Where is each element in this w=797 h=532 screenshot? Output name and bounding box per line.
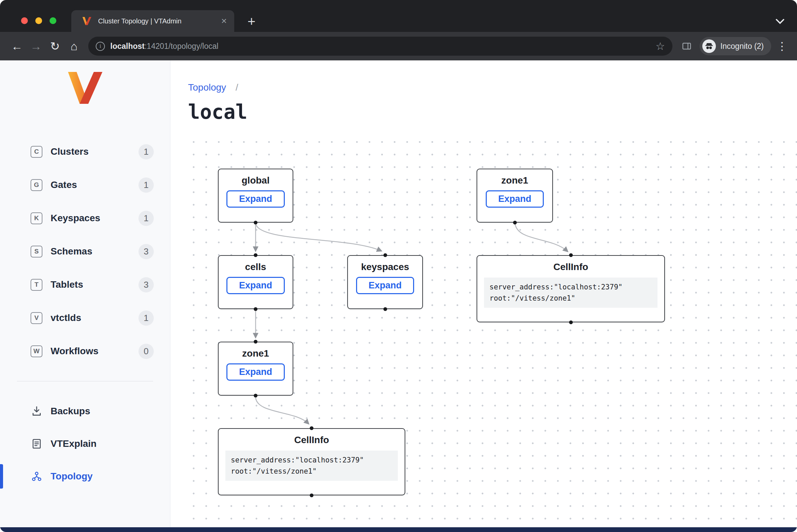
count-badge: 3	[138, 277, 154, 292]
sidebar-item-label: Tablets	[51, 279, 83, 290]
sidebar-item-keyspaces[interactable]: K Keyspaces 1	[0, 206, 170, 230]
traffic-lights	[21, 17, 56, 24]
url-path: :14201/topology/local	[145, 42, 218, 51]
sidebar-item-workflows[interactable]: W Workflows 0	[0, 339, 170, 363]
cellinfo-code-line: server_address:"localhost:2379"	[489, 282, 652, 293]
reload-button[interactable]: ↻	[45, 37, 64, 56]
sidebar-item-schemas[interactable]: S Schemas 3	[0, 239, 170, 264]
topology-network-icon	[31, 471, 42, 482]
topology-node-zone1-top: zone1 Expand	[477, 169, 553, 223]
url-text: localhost:14201/topology/local	[110, 42, 655, 51]
back-button[interactable]: ←	[7, 37, 26, 56]
tab-close-icon[interactable]: ×	[221, 16, 227, 26]
sidebar-divider	[17, 381, 153, 381]
sidebar-item-tablets[interactable]: T Tablets 3	[0, 272, 170, 297]
topology-node-cellinfo-right: CellInfo server_address:"localhost:2379"…	[477, 255, 665, 322]
expand-button-cells[interactable]: Expand	[226, 277, 285, 294]
node-title: CellInfo	[477, 262, 664, 272]
browser-menu-icon[interactable]: ⋮	[775, 40, 790, 53]
sidebar-item-label: Keyspaces	[51, 213, 100, 224]
browser-titlebar: Cluster Topology | VTAdmin × +	[0, 0, 797, 32]
browser-tab[interactable]: Cluster Topology | VTAdmin ×	[71, 10, 234, 32]
sidebar-item-label: Backups	[51, 406, 90, 417]
vitess-logo	[0, 72, 170, 104]
sidebar-item-label: vtctlds	[51, 312, 81, 323]
browser-window: Cluster Topology | VTAdmin × + ← → ↻ ⌂ i…	[0, 0, 797, 532]
zoom-window-button[interactable]	[50, 17, 56, 24]
topology-node-zone1-bottom: zone1 Expand	[218, 342, 293, 396]
count-badge: 0	[138, 344, 154, 359]
schemas-icon: S	[31, 246, 42, 258]
expand-button-global[interactable]: Expand	[226, 190, 285, 208]
topology-node-keyspaces: keyspaces Expand	[347, 255, 423, 309]
bookmark-star-icon[interactable]: ☆	[655, 40, 665, 53]
tab-search-chevron-icon[interactable]	[775, 18, 785, 26]
expand-button-zone1-top[interactable]: Expand	[486, 190, 544, 208]
sidebar-item-topology[interactable]: Topology	[0, 464, 170, 489]
forward-button[interactable]: →	[26, 37, 45, 56]
clusters-icon: C	[31, 146, 42, 158]
sidebar: C Clusters 1 G Gates 1 K Keyspaces 1 S S…	[0, 60, 170, 527]
url-host: localhost	[110, 42, 145, 51]
incognito-profile-badge[interactable]: Incognito (2)	[700, 37, 771, 55]
cellinfo-code-line: server_address:"localhost:2379"	[231, 455, 392, 466]
cellinfo-code: server_address:"localhost:2379" root:"/v…	[225, 451, 398, 481]
sidebar-item-vtctlds[interactable]: V vtctlds 1	[0, 306, 170, 330]
cellinfo-code-line: root:"/vitess/zone1"	[489, 293, 652, 304]
count-badge: 1	[138, 211, 154, 226]
sidebar-item-label: Clusters	[51, 146, 89, 157]
breadcrumb-topology-link[interactable]: Topology	[188, 82, 226, 93]
tablets-icon: T	[31, 279, 42, 291]
sidebar-item-gates[interactable]: G Gates 1	[0, 173, 170, 197]
count-badge: 3	[138, 244, 154, 259]
sidebar-item-clusters[interactable]: C Clusters 1	[0, 139, 170, 164]
topology-canvas: global Expand zone1 Expand cells Expand …	[187, 136, 797, 522]
side-panel-icon[interactable]	[677, 37, 696, 56]
sidebar-item-label: VTExplain	[51, 438, 96, 449]
cellinfo-code: server_address:"localhost:2379" root:"/v…	[484, 278, 657, 308]
incognito-label: Incognito (2)	[720, 42, 764, 51]
incognito-icon	[702, 39, 716, 53]
node-title: keyspaces	[348, 262, 422, 272]
topology-node-global: global Expand	[218, 169, 293, 223]
close-window-button[interactable]	[21, 17, 28, 24]
window-bottom-edge	[0, 527, 797, 532]
backups-download-icon	[31, 405, 42, 417]
sidebar-item-backups[interactable]: Backups	[0, 399, 170, 423]
topology-node-cells: cells Expand	[218, 255, 293, 309]
count-badge: 1	[138, 177, 154, 193]
breadcrumb: Topology /	[188, 82, 238, 93]
sidebar-item-label: Gates	[51, 179, 77, 190]
new-tab-button[interactable]: +	[243, 14, 260, 29]
sidebar-item-vtexplain[interactable]: VTExplain	[0, 432, 170, 456]
tab-title: Cluster Topology | VTAdmin	[98, 17, 221, 25]
node-title: CellInfo	[219, 435, 405, 445]
expand-button-zone1-bottom[interactable]: Expand	[226, 363, 285, 381]
minimize-window-button[interactable]	[35, 17, 42, 24]
breadcrumb-separator: /	[236, 82, 238, 93]
vtadmin-app: C Clusters 1 G Gates 1 K Keyspaces 1 S S…	[0, 60, 797, 527]
home-button[interactable]: ⌂	[64, 37, 84, 56]
workflows-icon: W	[31, 345, 42, 357]
vtctlds-icon: V	[31, 312, 42, 324]
node-title: zone1	[219, 348, 293, 359]
gates-icon: G	[31, 179, 42, 191]
site-info-icon[interactable]: i	[96, 42, 105, 51]
sidebar-primary-nav: C Clusters 1 G Gates 1 K Keyspaces 1 S S…	[0, 139, 170, 363]
page-title: local	[188, 100, 247, 124]
sidebar-item-label: Workflows	[51, 346, 98, 357]
sidebar-secondary-nav: Backups VTExplain	[0, 399, 170, 489]
keyspaces-icon: K	[31, 212, 42, 224]
address-bar[interactable]: i localhost:14201/topology/local ☆	[88, 37, 672, 56]
main-content: Topology / local global Expand zone1 Exp…	[170, 60, 797, 527]
browser-toolbar: ← → ↻ ⌂ i localhost:14201/topology/local…	[0, 32, 797, 60]
cellinfo-code-line: root:"/vitess/zone1"	[231, 466, 392, 477]
expand-button-keyspaces[interactable]: Expand	[356, 277, 414, 294]
node-title: zone1	[477, 175, 552, 186]
vitess-favicon	[81, 15, 93, 27]
vtexplain-document-icon	[31, 438, 42, 450]
topology-node-cellinfo-bottom: CellInfo server_address:"localhost:2379"…	[218, 428, 405, 495]
sidebar-item-label: Schemas	[51, 246, 92, 257]
count-badge: 1	[138, 310, 154, 326]
node-title: cells	[219, 262, 293, 272]
